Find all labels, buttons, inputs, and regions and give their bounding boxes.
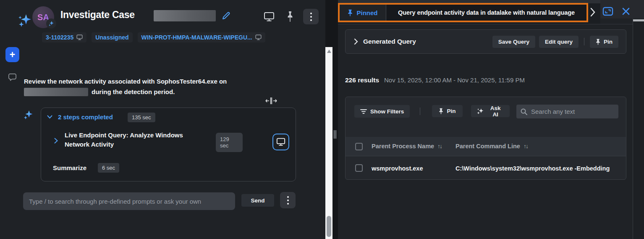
show-filters-label: Show Filters xyxy=(370,108,404,115)
chevron-right-icon[interactable] xyxy=(354,38,358,45)
monitor-icon[interactable] xyxy=(264,12,275,22)
message-line2: during the detection period. xyxy=(92,87,175,96)
page-title: Investigate Case xyxy=(60,9,135,21)
select-all-checkbox[interactable] xyxy=(355,143,363,150)
device-chip[interactable]: WIN-PROT-HMPA-MALWARE-WIPEGU... xyxy=(138,32,265,42)
redacted-device-name xyxy=(24,88,88,96)
step1-title[interactable]: Live Endpoint Query: Analyze Windows Net… xyxy=(65,131,193,149)
results-table-card: Show Filters Pin Ask AI xyxy=(345,97,626,180)
scrollbar-up-arrow[interactable] xyxy=(327,50,331,53)
cell-parent-command-line: C:\Windows\system32\wsmprovhost.exe -Emb… xyxy=(456,165,610,172)
query-results-panel: Pinned Query endpoint activity data in d… xyxy=(338,0,644,239)
highlighted-pinned-tab: Pinned Query endpoint activity data in d… xyxy=(338,3,588,22)
redacted-case-name xyxy=(154,10,216,21)
case-id-chip[interactable]: 3-1102235 xyxy=(42,32,86,42)
sort-icon[interactable]: ↑↓ xyxy=(437,143,442,150)
edit-title-pencil-icon[interactable] xyxy=(221,11,230,21)
investigate-case-panel: SA Investigate Case xyxy=(0,0,325,239)
search-icon xyxy=(521,108,527,115)
chevron-down-icon[interactable] xyxy=(47,115,52,119)
pin-label: Pin xyxy=(447,108,456,114)
pin-icon xyxy=(596,39,600,45)
device-label: WIN-PROT-HMPA-MALWARE-WIPEGU... xyxy=(141,34,252,41)
step2-title: Summarize xyxy=(53,164,86,171)
table-toolbar: Show Filters Pin Ask AI xyxy=(346,97,626,126)
user-message: Review the network activity associated w… xyxy=(24,77,259,96)
prompt-kebab-menu-button[interactable] xyxy=(280,192,296,208)
assignee-chip[interactable]: Unassigned xyxy=(92,32,132,42)
total-time-badge: 135 sec xyxy=(128,113,155,122)
sparkles-icon xyxy=(477,108,484,115)
ask-ai-button[interactable]: Ask AI xyxy=(471,105,510,117)
chevron-right-icon[interactable] xyxy=(54,138,58,144)
pin-results-button[interactable]: Pin xyxy=(432,105,463,117)
pin-label: Pin xyxy=(604,39,613,45)
pin-icon[interactable] xyxy=(287,11,293,22)
generated-query-title: Generated Query xyxy=(363,38,416,45)
toolbar-divider xyxy=(420,108,420,115)
topbar-divider xyxy=(338,24,633,24)
save-query-button[interactable]: Save Query xyxy=(492,36,535,48)
row-checkbox[interactable] xyxy=(355,164,363,172)
tab-title[interactable]: Query endpoint activity data in datalake… xyxy=(386,5,586,21)
assistant-sparkles-icon xyxy=(18,13,32,29)
case-chips-row: 3-1102235 Unassigned WIN-PROT-HMPA-MALWA… xyxy=(42,32,265,42)
cell-parent-process-name: wsmprovhost.exe xyxy=(372,165,423,172)
sort-icon[interactable]: ↑↓ xyxy=(524,143,528,150)
panel-resize-handle[interactable] xyxy=(334,130,336,139)
pin-query-button[interactable]: Pin xyxy=(590,36,618,48)
generated-query-card: Generated Query Save Query Edit query Pi… xyxy=(345,29,626,54)
right-gutter xyxy=(633,18,644,239)
col-resize-cursor-icon xyxy=(264,97,278,105)
pinned-toggle[interactable]: Pinned xyxy=(340,5,386,21)
add-button[interactable]: + xyxy=(5,47,19,62)
results-count: 226 results xyxy=(345,76,379,84)
step1-time-badge: 129 sec xyxy=(216,133,243,152)
steps-summary-label[interactable]: 2 steps completed xyxy=(58,113,113,121)
prompt-input[interactable] xyxy=(23,192,235,210)
open-live-query-monitor-button[interactable] xyxy=(272,134,289,150)
assistant-sparkles-icon xyxy=(23,109,33,121)
table-header-row: Parent Process Name ↑↓ Parent Command Li… xyxy=(346,137,626,156)
edit-query-button[interactable]: Edit query xyxy=(539,36,579,48)
expand-panel-icon[interactable] xyxy=(602,7,613,16)
avatar-sparkle-badge xyxy=(46,18,56,29)
show-filters-button[interactable]: Show Filters xyxy=(354,105,410,118)
monitor-icon xyxy=(76,34,83,40)
message-line1: Review the network activity associated w… xyxy=(24,77,259,86)
ask-ai-label: Ask AI xyxy=(487,105,504,118)
left-panel-scrollbar[interactable] xyxy=(325,47,332,239)
app-root: SA Investigate Case xyxy=(0,0,644,239)
table-row[interactable]: wsmprovhost.exe C:\Windows\system32\wsmp… xyxy=(346,156,626,180)
pin-icon xyxy=(439,108,443,114)
results-summary: 226 results Nov 15, 2025, 12:00 AM - Nov… xyxy=(345,76,525,84)
right-scrollbar-thumb[interactable] xyxy=(633,19,644,21)
close-panel-icon[interactable] xyxy=(622,7,630,16)
pin-icon xyxy=(348,9,353,16)
case-id-label: 3-1102235 xyxy=(46,34,73,41)
column-header-parent-process-name[interactable]: Parent Process Name ↑↓ xyxy=(372,143,442,150)
steps-card: 2 steps completed 135 sec Live Endpoint … xyxy=(41,108,296,181)
send-button[interactable]: Send xyxy=(241,194,274,207)
button-divider xyxy=(584,38,584,45)
search-input[interactable] xyxy=(531,108,614,115)
step2-time-badge: 6 sec xyxy=(98,163,119,173)
monitor-icon xyxy=(276,138,285,146)
results-date-range: Nov 15, 2025, 12:00 AM - Nov 21, 2025, 1… xyxy=(384,76,525,84)
scrollbar-thumb[interactable] xyxy=(327,216,331,237)
header-kebab-menu-button[interactable] xyxy=(303,9,319,24)
chat-bubble-icon[interactable] xyxy=(8,72,17,82)
next-tab-chevron-icon[interactable] xyxy=(590,7,596,17)
assignee-label: Unassigned xyxy=(95,34,128,41)
column-header-parent-command-line[interactable]: Parent Command Line ↑↓ xyxy=(456,143,528,150)
filter-icon xyxy=(360,109,367,114)
search-box xyxy=(516,105,618,118)
pinned-label: Pinned xyxy=(356,9,377,16)
monitor-icon xyxy=(255,34,262,40)
